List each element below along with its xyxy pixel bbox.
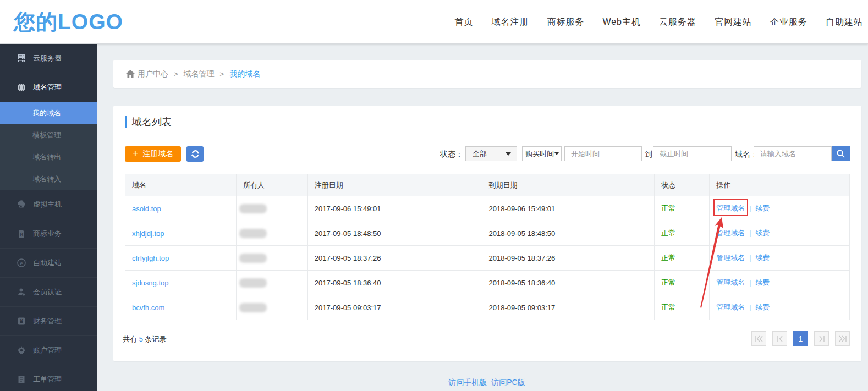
svg-text:R: R <box>20 232 24 237</box>
svg-text:e: e <box>20 260 23 266</box>
svg-text:¥: ¥ <box>20 318 23 324</box>
